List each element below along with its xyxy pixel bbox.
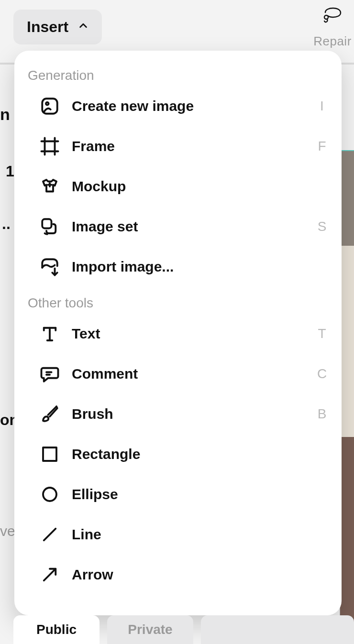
menu-item-mockup[interactable]: Mockup [28,166,334,207]
image-icon [28,96,72,116]
bg-text-n: n [0,105,10,124]
tab-label: Private [128,622,172,637]
menu-item-label: Create new image [72,98,310,114]
svg-rect-17 [43,448,56,461]
menu-item-label: Comment [72,366,310,382]
menu-item-rectangle[interactable]: Rectangle [28,434,334,474]
mockup-icon [28,176,72,196]
repair-label: Repair [311,34,354,49]
menu-item-label: Text [72,326,310,342]
menu-section-generation: Generation Create new image I Frame F Mo… [28,68,334,287]
lasso-icon [311,7,354,27]
menu-item-shortcut: T [310,326,334,341]
tab-extra[interactable] [201,615,354,644]
section-title: Other tools [28,295,334,314]
svg-point-2 [46,102,49,105]
menu-item-shortcut: F [310,139,334,154]
menu-item-shortcut: C [310,366,334,382]
menu-item-shortcut: I [310,98,334,114]
insert-button-label: Insert [27,18,68,36]
repair-tool[interactable]: Repair [311,7,354,49]
line-icon [28,524,72,545]
menu-item-arrow[interactable]: Arrow [28,555,334,595]
menu-item-label: Mockup [72,178,310,195]
menu-item-frame[interactable]: Frame F [28,126,334,166]
frame-icon [28,136,72,156]
svg-line-20 [44,569,56,581]
import-icon [28,257,72,277]
menu-item-brush[interactable]: Brush B [28,394,334,434]
topbar: Insert Repair [0,0,354,57]
menu-item-label: Import image... [72,259,310,275]
chevron-up-icon [78,21,88,34]
brush-icon [28,404,72,424]
comment-icon [28,364,72,384]
menu-item-line[interactable]: Line [28,514,334,555]
menu-item-label: Line [72,526,310,543]
menu-item-shortcut: S [310,219,334,234]
menu-item-label: Ellipse [72,486,310,502]
menu-item-label: Frame [72,138,310,154]
menu-item-create-new-image[interactable]: Create new image I [28,86,334,126]
tab-public[interactable]: Public [13,615,100,644]
tab-private[interactable]: Private [107,615,193,644]
menu-item-label: Image set [72,218,310,235]
menu-item-import-image[interactable]: Import image... [28,247,334,287]
background-image-strip [340,150,354,638]
svg-rect-9 [42,219,51,228]
section-title: Generation [28,68,334,86]
rectangle-icon [28,444,72,464]
image-set-icon [28,217,72,237]
svg-line-19 [44,529,56,541]
menu-section-other-tools: Other tools Text T Comment C Brush B [28,295,334,595]
insert-dropdown-button[interactable]: Insert [13,10,102,44]
menu-item-label: Brush [72,406,310,422]
tab-label: Public [36,622,77,637]
menu-item-shortcut: B [310,406,334,422]
svg-point-18 [43,488,56,501]
bottom-tabs: Public Private [0,615,354,644]
insert-menu-panel: Generation Create new image I Frame F Mo… [14,51,342,615]
menu-item-ellipse[interactable]: Ellipse [28,474,334,514]
text-icon [28,324,72,344]
bg-text-1: 1 [6,163,14,180]
ellipse-icon [28,484,72,504]
svg-point-0 [324,15,328,19]
menu-item-label: Rectangle [72,446,310,462]
menu-item-comment[interactable]: Comment C [28,354,334,394]
arrow-icon [28,565,72,585]
bg-text-ellipsis: .. [2,215,11,233]
menu-item-label: Arrow [72,567,310,583]
menu-item-text[interactable]: Text T [28,314,334,354]
menu-item-image-set[interactable]: Image set S [28,207,334,247]
